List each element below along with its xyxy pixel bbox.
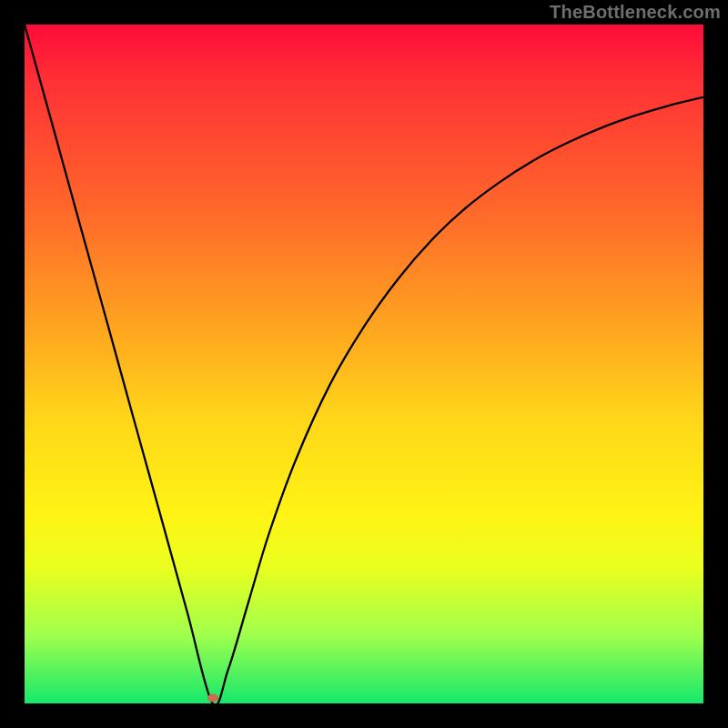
watermark-text: TheBottleneck.com [550, 2, 721, 23]
curve-path [25, 25, 703, 703]
plot-area [25, 25, 703, 703]
chart-frame: TheBottleneck.com [0, 0, 728, 728]
optimal-point-marker [207, 694, 218, 703]
bottleneck-curve [25, 25, 703, 703]
